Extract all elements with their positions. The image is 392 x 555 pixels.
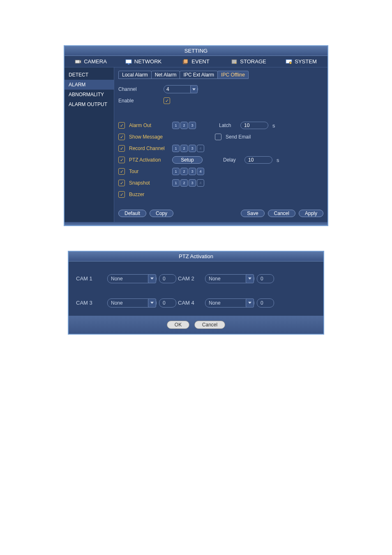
event-icon: [182, 59, 189, 65]
sidebar-item-alarm-output[interactable]: ALARM OUTPUT: [65, 99, 114, 109]
snap-ch-4[interactable]: 4: [197, 179, 204, 187]
alarm-out-channels[interactable]: 1 2 3: [172, 122, 196, 129]
chevron-down-icon: [246, 298, 254, 308]
subtab-local-alarm[interactable]: Local Alarm: [118, 71, 152, 79]
channel-3-box[interactable]: 3: [189, 122, 196, 129]
tab-network[interactable]: NETWORK: [117, 56, 170, 67]
channel-label: Channel: [118, 86, 159, 92]
save-button[interactable]: Save: [241, 210, 264, 217]
sidebar-item-alarm[interactable]: ALARM: [65, 80, 114, 90]
alarm-out-label: Alarm Out: [129, 123, 168, 128]
copy-button[interactable]: Copy: [150, 210, 173, 217]
ptz-footer: OK Cancel: [69, 316, 323, 334]
ptz-activation-label: PTZ Activation: [129, 157, 168, 163]
show-message-label: Show Message: [129, 134, 168, 140]
cam3-mode-value: None: [111, 300, 123, 306]
ptz-activation-checkbox[interactable]: [118, 157, 125, 163]
delay-input[interactable]: 10: [244, 156, 272, 164]
tab-system[interactable]: SYSTEM: [275, 56, 327, 67]
ok-button[interactable]: OK: [167, 321, 189, 329]
setup-button[interactable]: Setup: [172, 156, 203, 164]
record-ch-4[interactable]: 4: [197, 145, 204, 152]
default-button[interactable]: Default: [118, 210, 146, 217]
send-email-checkbox[interactable]: [215, 134, 221, 140]
cam1-mode-value: None: [111, 276, 123, 282]
tour-ch-1[interactable]: 1: [172, 168, 180, 175]
cancel-button[interactable]: Cancel: [268, 210, 295, 217]
record-channels[interactable]: 1 2 3 4: [172, 145, 204, 152]
record-channel-checkbox[interactable]: [118, 145, 125, 152]
show-message-checkbox[interactable]: [118, 134, 125, 140]
svg-point-9: [289, 62, 292, 64]
subtab-net-alarm[interactable]: Net Alarm: [151, 71, 180, 79]
subtab-ipc-offline[interactable]: IPC Offline: [217, 71, 249, 79]
cam3-label: CAM 3: [76, 300, 105, 306]
cam1-num-input[interactable]: 0: [159, 274, 176, 283]
latch-input[interactable]: 10: [240, 122, 268, 129]
record-ch-2[interactable]: 2: [180, 145, 188, 152]
svg-rect-0: [75, 60, 80, 63]
channel-value: 4: [166, 86, 169, 92]
channel-1-box[interactable]: 1: [172, 122, 180, 129]
buzzer-checkbox[interactable]: [118, 191, 125, 198]
cam4-num-input[interactable]: 0: [257, 298, 274, 308]
top-tabs: CAMERA NETWORK EVENT STORAGE SYSTEM: [65, 56, 327, 67]
tab-storage-label: STORAGE: [240, 58, 266, 65]
snapshot-channels[interactable]: 1 2 3 4: [172, 179, 204, 187]
tab-event[interactable]: EVENT: [170, 56, 222, 67]
delay-unit: s: [277, 157, 279, 163]
cam2-label: CAM 2: [178, 275, 203, 282]
snap-ch-1[interactable]: 1: [172, 179, 180, 187]
record-ch-1[interactable]: 1: [172, 145, 180, 152]
cam2-num-input[interactable]: 0: [257, 274, 274, 283]
cam2-mode-value: None: [209, 276, 221, 282]
channel-2-box[interactable]: 2: [180, 122, 188, 129]
sidebar-item-detect[interactable]: DETECT: [65, 70, 114, 80]
latch-unit: s: [272, 123, 275, 129]
cam4-label: CAM 4: [178, 300, 203, 306]
tour-channels[interactable]: 1 2 3 4: [172, 168, 204, 175]
tour-ch-4[interactable]: 4: [197, 168, 204, 175]
alarm-out-checkbox[interactable]: [118, 122, 125, 129]
cam4-mode-dropdown[interactable]: None: [205, 298, 254, 308]
tab-camera[interactable]: CAMERA: [65, 56, 117, 67]
ptz-body: CAM 1 None 0 CAM 2 None 0 CAM 3 None 0 C…: [69, 261, 323, 316]
chevron-down-icon: [148, 274, 156, 283]
enable-label: Enable: [118, 98, 159, 104]
send-email-label: Send Email: [226, 134, 251, 140]
snap-ch-3[interactable]: 3: [189, 179, 196, 187]
apply-button[interactable]: Apply: [299, 210, 323, 217]
record-ch-3[interactable]: 3: [189, 145, 196, 152]
network-icon: [125, 59, 132, 65]
tour-ch-3[interactable]: 3: [189, 168, 196, 175]
cam2-mode-dropdown[interactable]: None: [205, 274, 254, 283]
svg-rect-3: [128, 63, 129, 65]
camera-icon: [75, 59, 81, 65]
storage-icon: [231, 59, 238, 65]
cam3-mode-dropdown[interactable]: None: [107, 298, 157, 308]
enable-checkbox[interactable]: [164, 97, 170, 104]
system-icon: [286, 59, 292, 65]
footer-buttons: Default Copy Save Cancel Apply: [118, 210, 323, 217]
tour-ch-2[interactable]: 2: [180, 168, 188, 175]
ptz-title: PTZ Activation: [69, 252, 323, 261]
tab-event-label: EVENT: [191, 58, 209, 65]
cancel-button[interactable]: Cancel: [194, 321, 225, 329]
sidebar: DETECT ALARM ABNORMALITY ALARM OUTPUT: [65, 67, 114, 222]
tour-checkbox[interactable]: [118, 168, 125, 175]
svg-marker-1: [80, 60, 81, 63]
setting-window: SETTING CAMERA NETWORK EVENT STORAGE: [64, 45, 328, 226]
main-panel: Local Alarm Net Alarm IPC Ext Alarm IPC …: [114, 67, 327, 222]
tab-storage[interactable]: STORAGE: [222, 56, 275, 67]
snap-ch-2[interactable]: 2: [180, 179, 188, 187]
subtab-ipc-ext-alarm[interactable]: IPC Ext Alarm: [180, 71, 218, 79]
snapshot-checkbox[interactable]: [118, 180, 125, 186]
latch-label: Latch: [219, 123, 236, 128]
tab-camera-label: CAMERA: [84, 58, 107, 65]
channel-dropdown[interactable]: 4: [164, 85, 198, 93]
sidebar-item-abnormality[interactable]: ABNORMALITY: [65, 90, 114, 99]
tab-network-label: NETWORK: [134, 58, 161, 65]
cam1-mode-dropdown[interactable]: None: [107, 274, 157, 283]
cam3-num-input[interactable]: 0: [159, 298, 176, 308]
delay-label: Delay: [223, 157, 240, 163]
